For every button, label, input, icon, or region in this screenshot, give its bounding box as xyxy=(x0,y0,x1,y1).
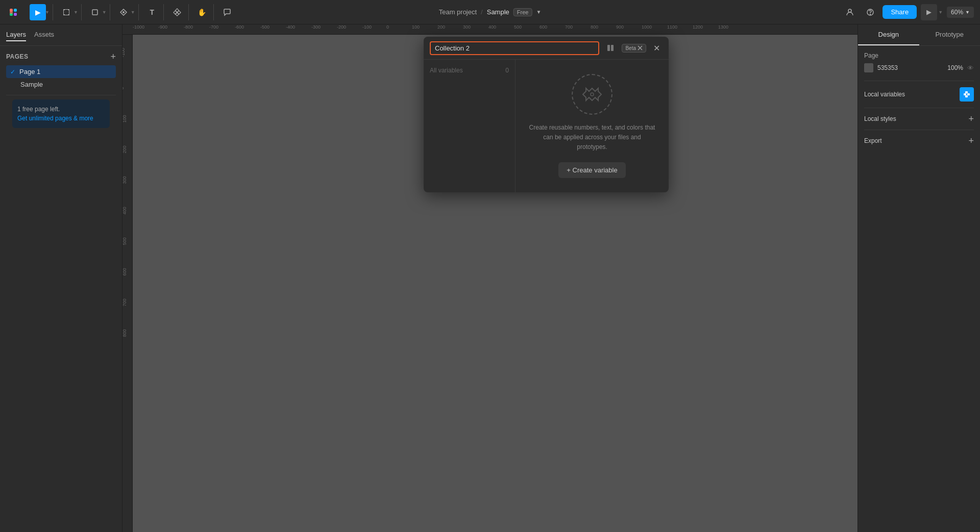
zoom-control[interactable]: 60% ▼ xyxy=(947,7,974,18)
ruler-mark: 1300 xyxy=(718,24,728,30)
section-divider2 xyxy=(864,108,974,108)
ruler-mark: -100 xyxy=(362,24,372,30)
ruler-horizontal: -1000 -900 -800 -700 -600 -500 -400 -300… xyxy=(122,24,857,35)
all-variables-item[interactable]: All variables 0 xyxy=(424,64,515,77)
present-button[interactable]: ▶ xyxy=(921,4,937,20)
path-separator: / xyxy=(481,8,483,16)
page1-label: Page 1 xyxy=(19,68,40,75)
local-variables-row: Local variables xyxy=(864,85,974,104)
file-dropdown[interactable]: ▼ xyxy=(536,9,541,15)
ruler-mark: 600 xyxy=(540,24,547,30)
v-ruler-mark: 600 xyxy=(122,268,127,275)
help-icon-btn[interactable] xyxy=(862,4,878,20)
local-variables-button[interactable] xyxy=(960,87,974,102)
page-item-sample[interactable]: Sample xyxy=(6,78,116,91)
page-section-header: Page xyxy=(864,52,974,59)
zoom-value: 60% xyxy=(951,9,963,16)
select-tool[interactable]: ▶ xyxy=(30,4,46,20)
add-local-style-button[interactable]: + xyxy=(968,114,974,123)
tab-layers[interactable]: Layers xyxy=(6,29,26,41)
svg-rect-17 xyxy=(175,8,179,12)
svg-rect-13 xyxy=(92,10,97,15)
svg-rect-9 xyxy=(63,10,64,14)
v-ruler-mark: 100 xyxy=(122,115,127,122)
text-tool-group: T xyxy=(141,4,164,20)
export-label: Export xyxy=(864,137,882,144)
create-variable-button[interactable]: + Create variable xyxy=(558,162,625,178)
text-tool[interactable]: T xyxy=(144,4,160,20)
tab-assets[interactable]: Assets xyxy=(34,29,54,41)
upgrade-link[interactable]: Get unlimited pages & more xyxy=(17,115,93,122)
ruler-mark: 700 xyxy=(565,24,573,30)
svg-rect-12 xyxy=(64,15,69,15)
toolbar-right: Share ▶ ▼ 60% ▼ xyxy=(842,4,974,20)
tab-prototype[interactable]: Prototype xyxy=(919,24,981,45)
figma-logo[interactable] xyxy=(6,5,20,19)
svg-rect-1 xyxy=(14,9,17,12)
shape-tool-group: ▼ xyxy=(84,4,110,20)
add-export-button[interactable]: + xyxy=(968,136,974,145)
main-layout: Layers Assets Pages + ✓ Page 1 Sample 1 … xyxy=(0,24,980,532)
pages-section: Pages + ✓ Page 1 Sample 1 free page left… xyxy=(0,46,122,138)
v-ruler-mark: -100 xyxy=(122,48,126,57)
users-icon-btn[interactable] xyxy=(842,4,858,20)
frame-tool[interactable] xyxy=(58,4,75,20)
v-ruler-mark: 400 xyxy=(122,207,127,214)
project-name: Team project xyxy=(439,8,477,16)
svg-rect-22 xyxy=(607,45,610,51)
ruler-mark: 1200 xyxy=(693,24,703,30)
ruler-mark: 1000 xyxy=(642,24,652,30)
pen-tool-group: ▼ xyxy=(112,4,139,20)
right-panel: Page 535353 100% 👁 Local variables xyxy=(858,46,980,532)
comment-tool-group xyxy=(216,4,238,20)
components-tool[interactable] xyxy=(169,4,185,20)
toolbar: ▶ ▼ ▼ xyxy=(0,0,980,24)
section-divider xyxy=(864,81,974,81)
ruler-mark: -800 xyxy=(184,24,193,30)
ruler-mark: -600 xyxy=(235,24,244,30)
right-sidebar: Design Prototype Page 535353 100% 👁 xyxy=(857,24,980,532)
tab-design[interactable]: Design xyxy=(858,24,919,45)
ruler-mark: 100 xyxy=(412,24,420,30)
share-button[interactable]: Share xyxy=(883,5,917,19)
ruler-mark: 500 xyxy=(514,24,522,30)
page-color-swatch[interactable] xyxy=(864,63,873,72)
beta-badge: Beta xyxy=(622,44,646,53)
canvas-area[interactable]: -1000 -900 -800 -700 -600 -500 -400 -300… xyxy=(122,24,857,532)
svg-point-21 xyxy=(870,14,871,14)
shape-tool[interactable] xyxy=(87,4,103,20)
split-view-btn[interactable] xyxy=(603,41,618,55)
ruler-vertical: -100 0 100 200 300 400 500 600 700 800 xyxy=(122,35,133,532)
ruler-mark: 300 xyxy=(463,24,471,30)
local-styles-label: Local styles xyxy=(864,115,896,122)
free-badge: Free xyxy=(513,8,532,16)
page-color-row: 535353 100% 👁 xyxy=(864,63,974,72)
visibility-toggle[interactable]: 👁 xyxy=(967,64,974,72)
collection-name-input[interactable] xyxy=(430,41,599,55)
pen-tool[interactable] xyxy=(115,4,132,20)
v-ruler-mark: 800 xyxy=(122,329,127,337)
toolbar-left: ▶ ▼ ▼ xyxy=(6,4,238,20)
empty-state-text: Create reusable numbers, text, and color… xyxy=(528,123,656,153)
modal-body: All variables 0 Create reusable numb xyxy=(424,60,669,192)
modal-close-button[interactable]: ✕ xyxy=(650,42,663,54)
export-row: Export + xyxy=(864,134,974,147)
page-item-page1[interactable]: ✓ Page 1 xyxy=(6,65,116,78)
v-ruler-mark: 200 xyxy=(122,145,127,153)
modal-empty-state: Create reusable numbers, text, and color… xyxy=(516,60,669,192)
modal-header: Beta ✕ xyxy=(424,37,669,60)
ruler-mark: 400 xyxy=(488,24,496,30)
placeholder-icon xyxy=(572,74,612,115)
svg-rect-23 xyxy=(611,45,614,51)
svg-rect-4 xyxy=(10,11,13,14)
comment-tool[interactable] xyxy=(219,4,235,20)
free-notice-text: 1 free page left. xyxy=(17,105,105,114)
add-page-button[interactable]: + xyxy=(110,52,116,61)
v-ruler-mark: 300 xyxy=(122,176,127,184)
ruler-mark: -1000 xyxy=(133,24,144,30)
ruler-mark: -500 xyxy=(260,24,270,30)
page-divider xyxy=(6,95,116,95)
hand-tool[interactable]: ✋ xyxy=(194,4,210,20)
page-section: Page 535353 100% 👁 xyxy=(864,52,974,72)
frame-tool-group: ▼ xyxy=(55,4,82,20)
